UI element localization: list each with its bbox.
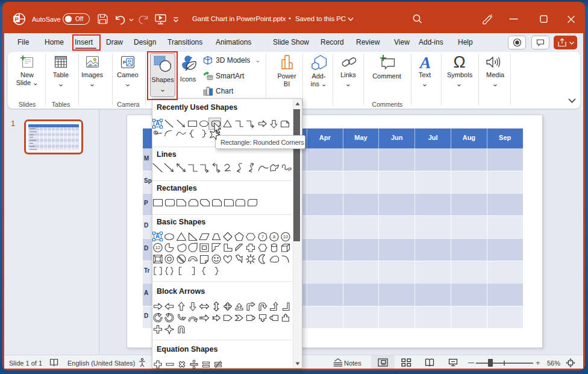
svg-text:10: 10 [283,234,288,239]
svg-text:P: P [15,16,19,22]
svg-text:12: 12 [155,245,160,250]
svg-text:8: 8 [273,234,275,239]
svg-text:P: P [123,60,127,65]
svg-text:A: A [155,233,160,239]
svg-text:A: A [155,120,160,127]
svg-text:7: 7 [261,234,264,239]
